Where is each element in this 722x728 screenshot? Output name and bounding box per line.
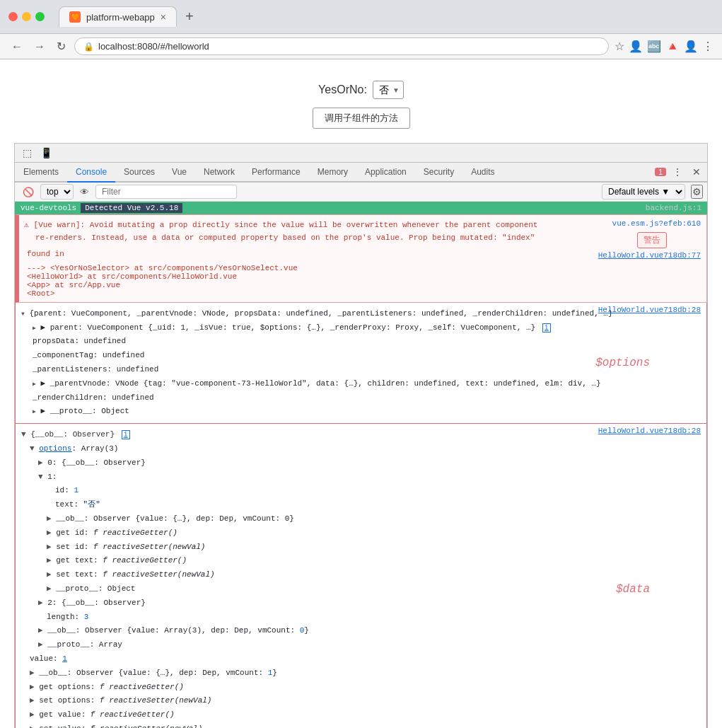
forward-button[interactable]: → (31, 37, 48, 56)
expand-icon[interactable] (21, 309, 25, 318)
show-network-icon[interactable]: 👁 (76, 185, 93, 200)
app-content: YesOrNo: 是 否 调用子组件的方法 (313, 81, 410, 129)
tab-close-button[interactable]: × (161, 11, 166, 23)
link-icon-data[interactable]: i (122, 430, 130, 439)
options-label: $options (595, 357, 650, 369)
options-proto: ▶ __proto__: Object (40, 407, 129, 415)
data-line-1: ▼ options: Array(3) (21, 442, 701, 456)
console-settings-icon[interactable]: ⚙ (691, 185, 703, 199)
options-source-link[interactable]: HelloWorld.vue718db:28 (598, 306, 701, 314)
data-line-10: ▶ set text: f reactiveSetter(newVal) (21, 568, 701, 582)
stack-line4: <Root> (24, 289, 535, 298)
options-line2: ▶ parent: VueComponent {_uid: 1, _isVue:… (21, 321, 701, 335)
options-parentvnode: ▶ _parentVnode: VNode {tag: "vue-compone… (40, 379, 600, 388)
close-button[interactable] (8, 12, 18, 21)
data-line-15: ▶ __proto__: Array (21, 638, 701, 652)
url-bar[interactable]: 🔒 localhost:8080/#/helloworld (74, 37, 609, 55)
expand-icon4[interactable] (33, 407, 36, 415)
tab-audits[interactable]: Audits (462, 163, 503, 181)
data-line-21: ▶ set value: f reactiveSetter(newVal) (21, 722, 701, 728)
warning-found-in: found in (24, 248, 535, 261)
reload-button[interactable]: ↻ (54, 37, 69, 56)
clear-console-icon[interactable]: 🚫 (19, 185, 37, 200)
inspect-element-icon[interactable]: ⬚ (19, 145, 35, 161)
back-button[interactable]: ← (8, 37, 25, 56)
more-options-icon[interactable]: ⋮ (669, 164, 686, 180)
backend-source: backend.js:1 (646, 204, 701, 212)
minimize-button[interactable] (22, 12, 31, 21)
vue-devtools-bar: vue-devtools Detected Vue v2.5.18 backen… (15, 202, 707, 214)
menu-icon[interactable]: ⋮ (702, 40, 714, 53)
expand-icon3[interactable] (33, 379, 36, 388)
data-section: $data HelloWorld.vue718db:28 ▼ {__ob__: … (15, 424, 707, 728)
tab-vue[interactable]: Vue (163, 163, 195, 181)
close-devtools-icon[interactable]: ✕ (689, 164, 704, 180)
filter-input[interactable] (95, 185, 237, 199)
main-content: YesOrNo: 是 否 调用子组件的方法 ⬚ 📱 Elements Conso… (0, 59, 722, 728)
browser-chrome: 🧡 platform-webapp × + ← → ↻ 🔒 localhost:… (0, 0, 722, 59)
data-line-12: ▶ 2: {__ob__: Observer} (21, 596, 701, 611)
data-line-9: ▶ get text: f reactiveGetter() (21, 554, 701, 568)
data-line-5: text: "否" (21, 498, 701, 512)
link-icon[interactable]: i (542, 323, 551, 333)
tab-bar: 🧡 platform-webapp × + (50, 6, 714, 28)
tab-network[interactable]: Network (195, 163, 243, 181)
hellworld-source[interactable]: HelloWorld.vue718db:77 (598, 251, 701, 260)
tab-title: platform-webapp (86, 12, 155, 23)
expand-icon2[interactable] (33, 323, 36, 332)
browser-tab[interactable]: 🧡 platform-webapp × (59, 6, 177, 27)
data-line-19: ▶ set options: f reactiveSetter(newVal) (21, 694, 701, 708)
data-line-14: ▶ __ob__: Observer {value: Array(3), dep… (21, 624, 701, 638)
stack-line3: <App> at src/App.vue (24, 281, 535, 289)
tab-memory[interactable]: Memory (309, 163, 356, 181)
levels-select[interactable]: Default levels ▼ (602, 184, 685, 200)
console-content: vue-devtools Detected Vue v2.5.18 backen… (15, 202, 707, 728)
yes-or-no-label: YesOrNo: (318, 83, 367, 96)
vue-devtools-label: vue-devtools (21, 204, 76, 212)
tab-performance[interactable]: Performance (243, 163, 309, 181)
address-bar: ← → ↻ 🔒 localhost:8080/#/helloworld ☆ 👤 … (0, 33, 722, 59)
error-badge: 1 (655, 168, 666, 176)
warning-source-link[interactable]: vue.esm.js?efeb:610 (612, 219, 701, 228)
invoke-method-button[interactable]: 调用子组件的方法 (313, 108, 410, 129)
bookmark-icon[interactable]: ☆ (615, 40, 624, 53)
options-parent: ▶ parent: VueComponent {_uid: 1, _isVue:… (40, 323, 535, 332)
profile-icon[interactable]: 👤 (629, 40, 643, 53)
detected-label: Detected Vue v2.5.18 (81, 203, 182, 213)
select-wrapper: 是 否 (373, 81, 404, 99)
translate-icon[interactable]: 🔤 (647, 40, 661, 53)
data-line-8: ▶ set id: f reactiveSetter(newVal) (21, 541, 701, 555)
tab-security[interactable]: Security (415, 163, 462, 181)
data-line-13: length: 3 (21, 611, 701, 625)
new-tab-button[interactable]: + (180, 6, 199, 28)
yes-or-no-select[interactable]: 是 否 (373, 81, 404, 99)
tab-console[interactable]: Console (67, 163, 115, 183)
title-bar: 🧡 platform-webapp × + (0, 0, 722, 33)
context-select[interactable]: top (40, 184, 74, 200)
data-source-link[interactable]: HelloWorld.vue718db:28 (598, 427, 701, 435)
warning-text-line2: re-renders. Instead, use a data or compu… (24, 232, 535, 245)
options-line3: propsData: undefined (21, 335, 701, 349)
options-line8: ▶ __proto__: Object (21, 405, 701, 419)
options-line6: ▶ _parentVnode: VNode {tag: "vue-compone… (21, 377, 701, 391)
stack-line2: <HelloWorld> at src/components/HelloWorl… (24, 272, 535, 281)
extension-icon[interactable]: 🔺 (665, 40, 680, 53)
devtools-toolbar: ⬚ 📱 (15, 144, 707, 163)
warning-text-line1: [Vue warn]: Avoid mutating a prop direct… (34, 221, 538, 229)
device-toolbar-icon[interactable]: 📱 (37, 145, 56, 161)
yes-or-no-row: YesOrNo: 是 否 (318, 81, 404, 99)
traffic-lights (8, 12, 45, 21)
warning-section: ⚠ [Vue warn]: Avoid mutating a prop dire… (15, 214, 707, 303)
data-line-11: ▶ __proto__: Object (21, 582, 701, 596)
tab-application[interactable]: Application (356, 163, 415, 181)
address-bar-actions: ☆ 👤 🔤 🔺 👤 ⋮ (615, 40, 714, 53)
data-line-16: value: 1 (21, 652, 701, 666)
warning-label: 警告 (637, 232, 667, 248)
tab-elements[interactable]: Elements (15, 163, 67, 181)
data-line-7: ▶ get id: f reactiveGetter() (21, 526, 701, 541)
data-line-17: ▶ __ob__: Observer {value: {…}, dep: Dep… (21, 666, 701, 681)
maximize-button[interactable] (35, 12, 45, 21)
console-toolbar: 🚫 top 👁 Default levels ▼ ⚙ (15, 183, 707, 202)
user-avatar[interactable]: 👤 (684, 40, 698, 53)
tab-sources[interactable]: Sources (115, 163, 163, 181)
